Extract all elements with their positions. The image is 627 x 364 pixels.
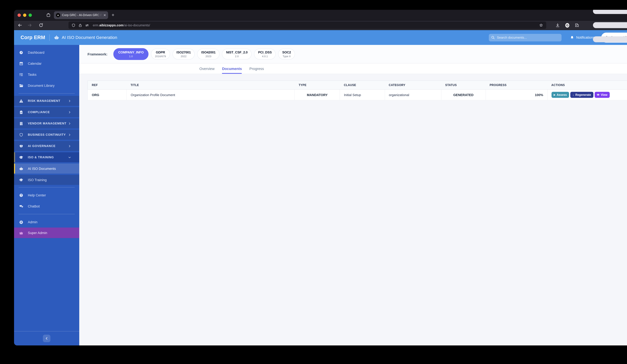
sidebar-item-calendar[interactable]: Calendar (14, 58, 79, 69)
table-row: ORGOrganization Profile DocumentMANDATOR… (88, 89, 627, 100)
hamburger-menu-button[interactable] (585, 10, 627, 59)
sidebar-item-label: BUSINESS CONTINUITY (28, 133, 66, 136)
bookmark-star-icon[interactable] (539, 23, 543, 27)
chevron-right-icon (68, 133, 71, 136)
url-text: erm.aibizzapps.com/ai-iso-documents/ (93, 23, 150, 27)
sidebar-item-label: AI ISO Documents (28, 167, 56, 170)
framework-pill-iso42001[interactable]: ISO420012023 (197, 49, 220, 59)
pill-subtitle: 4.0.1 (258, 55, 272, 58)
cell-title: Organization Profile Document (127, 89, 295, 100)
site-favicon-icon: ▲ (56, 13, 60, 17)
robot-icon (19, 166, 23, 171)
sidebar-item-label: Dashboard (28, 51, 44, 54)
framework-pill-nist-csf-2-0[interactable]: NIST_CSF_2.02.0 (222, 49, 252, 59)
pill-subtitle: 2022 (176, 55, 191, 58)
tracking-protection-shield-icon[interactable] (71, 23, 75, 27)
building-icon (19, 121, 23, 126)
tab-close-button[interactable]: ✕ (103, 13, 106, 17)
sidebar-item-admin[interactable]: Admin (14, 216, 79, 228)
column-header-status: STATUS (441, 81, 485, 89)
framework-pill-company-info[interactable]: COMPANY_INFO1.0 (113, 48, 149, 60)
chevron-left-icon (45, 337, 49, 340)
chat-icon (19, 204, 23, 208)
url-domain: aibizzapps.com (99, 23, 123, 27)
column-header-progress: PROGRESS (485, 81, 547, 89)
cell-status: GENERATED (441, 89, 485, 100)
gear-icon (19, 220, 23, 224)
sidebar-item-ai-iso-documents[interactable]: AI ISO Documents (14, 163, 79, 174)
sidebar-item-risk-management[interactable]: RISK MANAGEMENT (14, 96, 79, 106)
framework-pill-gdpr[interactable]: GDPR2016/679 (151, 49, 170, 59)
app-header: Corp ERM AI ISO Document Generation Noti… (14, 30, 627, 45)
close-window-button[interactable] (18, 13, 21, 17)
forward-button[interactable] (27, 23, 32, 28)
sidebar-item-compliance[interactable]: COMPLIANCE (14, 107, 79, 117)
search-box (489, 34, 562, 41)
sidebar-item-tasks[interactable]: Tasks (14, 69, 79, 80)
sidebar-footer (14, 331, 79, 345)
tab-documents[interactable]: Documents (222, 63, 242, 74)
assess-button[interactable]: ▶Assess (552, 92, 569, 98)
content-area: REFTITLETYPECLAUSECATEGORYSTATUSPROGRESS… (79, 74, 627, 345)
desktop: ▲ Corp GRC - AI-Driven GRC Platf ✕ + erm… (0, 0, 627, 364)
cell-clause: Initial Setup (340, 89, 385, 100)
back-button[interactable] (18, 23, 22, 28)
tab-progress[interactable]: Progress (249, 63, 264, 74)
crown-icon (19, 231, 23, 235)
sidebar-item-help-center[interactable]: Help Center (14, 190, 79, 201)
search-input[interactable] (489, 34, 562, 41)
sidebar-item-iso-training[interactable]: ISO Training (14, 175, 79, 185)
cell-ref: ORG (88, 89, 127, 100)
chevron-right-icon (68, 144, 71, 148)
sidebar-item-dashboard[interactable]: Dashboard (14, 47, 79, 58)
permissions-icon[interactable] (85, 23, 89, 27)
calendar-icon (19, 61, 23, 66)
framework-pill-iso27001[interactable]: ISO270012022 (172, 49, 195, 59)
sidebar-item-business-continuity[interactable]: BUSINESS CONTINUITY (14, 130, 79, 140)
column-header-title: TITLE (127, 81, 295, 89)
sidebar-item-chatbot[interactable]: Chatbot (14, 201, 79, 212)
brand-logo[interactable]: Corp ERM (21, 35, 45, 40)
sidebar: DashboardCalendarTasksDocument LibraryRI… (14, 45, 79, 345)
cell-type: MANDATORY (295, 89, 340, 100)
pill-title: ISO42001 (201, 51, 215, 54)
tab-overview[interactable]: Overview (199, 63, 214, 74)
browser-tab-bar: ▲ Corp GRC - AI-Driven GRC Platf ✕ + (14, 10, 627, 21)
sidebar-item-iso-training[interactable]: ISO & TRAINING (14, 152, 79, 162)
sidebar-divider (19, 93, 75, 94)
g-extension-icon[interactable]: G (565, 23, 569, 27)
minimize-window-button[interactable] (23, 13, 26, 17)
sidebar-item-label: Document Library (28, 84, 54, 87)
cell-progress: 100% (485, 89, 547, 100)
sidebar-collapse-button[interactable] (43, 335, 51, 342)
sidebar-item-vendor-management[interactable]: VENDOR MANAGEMENT (14, 118, 79, 128)
warning-icon (19, 99, 23, 103)
lock-icon[interactable] (78, 23, 82, 27)
framework-pill-pci-dss[interactable]: PCI_DSS4.0.1 (254, 49, 276, 59)
sidebar-item-label: Admin (28, 220, 38, 224)
regenerate-button[interactable]: ↓Regenerate (570, 92, 593, 98)
eye-icon: 👁 (597, 94, 600, 96)
arrow-down-icon: ↓ (573, 93, 574, 96)
reload-button[interactable] (39, 23, 43, 28)
sidebar-item-super-admin[interactable]: Super Admin (14, 228, 79, 238)
pill-subtitle: 2023 (201, 55, 215, 58)
app-body: DashboardCalendarTasksDocument LibraryRI… (14, 45, 627, 345)
firefox-view-icon[interactable] (46, 12, 51, 18)
sidebar-item-ai-governance[interactable]: AI GOVERNANCE (14, 141, 79, 151)
pill-title: GDPR (155, 51, 166, 54)
url-bar[interactable]: erm.aibizzapps.com/ai-iso-documents/ (68, 22, 546, 29)
downloads-button[interactable] (555, 23, 560, 28)
extensions-icon[interactable] (575, 23, 579, 28)
sidebar-item-label: AI GOVERNANCE (28, 144, 55, 148)
browser-tab[interactable]: ▲ Corp GRC - AI-Driven GRC Platf ✕ (54, 11, 108, 19)
pill-title: NIST_CSF_2.0 (226, 51, 248, 54)
new-tab-button[interactable]: + (112, 12, 114, 18)
play-icon: ▶ (554, 94, 556, 96)
sidebar-item-document-library[interactable]: Document Library (14, 80, 79, 91)
view-button[interactable]: 👁View (594, 92, 610, 98)
sidebar-item-label: Super Admin (28, 231, 47, 235)
zoom-window-button[interactable] (29, 13, 32, 17)
framework-pill-soc2[interactable]: SOC2Type II (278, 49, 295, 59)
bell-icon (570, 36, 574, 40)
